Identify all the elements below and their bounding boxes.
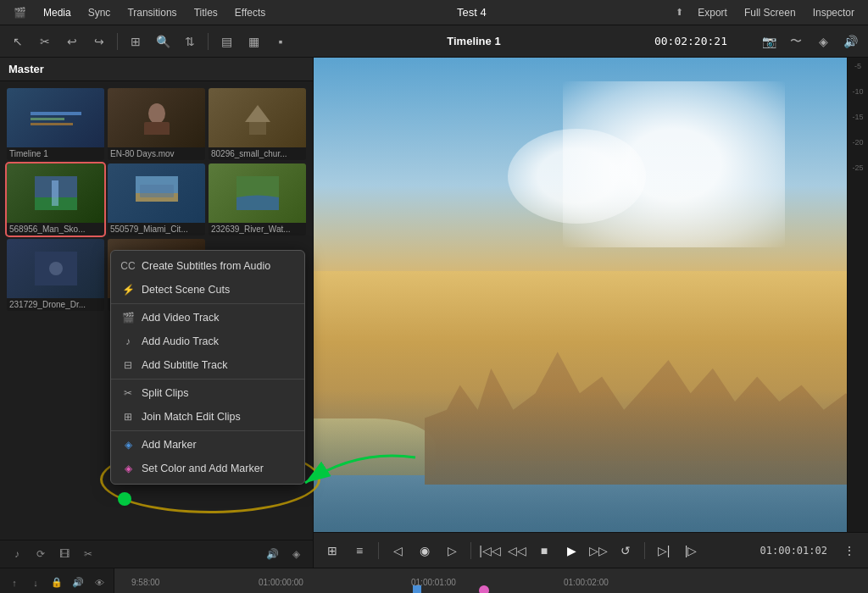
audio-icon[interactable]: 🔊 — [69, 573, 87, 593]
undo-btn[interactable]: ↩ — [59, 30, 85, 53]
go-end2[interactable]: |▷ — [679, 539, 703, 563]
thumb-img-568956 — [7, 163, 104, 223]
thumb-timeline1[interactable]: Timeline 1 — [7, 88, 104, 160]
thumb-img-timeline1 — [7, 88, 104, 147]
right-panel: -5 -10 -15 -20 -25 ⊞ ≡ ◁ ◉ ▷ |◁◁ ◁◁ ■ ▶ … — [314, 58, 868, 568]
thumb-label-en80: EN-80 Days.mov — [108, 147, 205, 160]
eye-icon[interactable]: 👁 — [90, 573, 108, 593]
view-mode1[interactable]: ▤ — [214, 30, 239, 53]
grid-view[interactable]: ⊞ — [123, 30, 148, 53]
go-start[interactable]: |◁◁ — [478, 539, 502, 563]
timeline-controls: ↑ ↓ 🔒 🔊 👁 🎬 🔒 👁 🔊 A1 🔒 🔊 👁 ↑ 🔒 — [0, 568, 114, 593]
music-icon[interactable]: ♪ — [7, 544, 27, 564]
audio-toggle[interactable]: ≡ — [348, 539, 371, 563]
ctx-add-subtitle-track[interactable]: ⊟ Add Subtitle Track — [111, 353, 304, 377]
ctx-split-clips[interactable]: ✂ Split Clips — [111, 381, 304, 405]
prev-frame[interactable]: ◁ — [386, 539, 409, 563]
film-track-icon: 🎬 — [121, 311, 135, 324]
sync-icon[interactable]: ⟳ — [31, 544, 51, 564]
play-btn[interactable]: ▶ — [559, 539, 583, 563]
fast-forward[interactable]: ▷▷ — [587, 539, 610, 563]
preview-ruler: -5 -10 -15 -20 -25 — [847, 58, 868, 532]
svg-rect-0 — [31, 112, 81, 115]
t-sep3 — [644, 542, 645, 559]
inspector-label[interactable]: Inspector — [806, 4, 861, 21]
thumb-80296[interactable]: 80296_small_chur... — [209, 88, 306, 160]
sync-tab[interactable]: Sync — [81, 5, 118, 20]
wave-btn[interactable]: 〜 — [783, 30, 809, 53]
sep2 — [208, 33, 209, 50]
ctx-add-audio-track[interactable]: ♪ Add Audio Track — [111, 330, 304, 353]
go-end[interactable]: ▷| — [652, 539, 676, 563]
speaker-icon[interactable]: ◈ — [286, 544, 306, 564]
thumb-en80[interactable]: EN-80 Days.mov — [108, 88, 205, 160]
timeline-ruler: 9:58:00 01:00:00:00 01:00:01:00 01:00:02… — [114, 568, 868, 593]
vol-btn[interactable]: 🔊 — [837, 30, 863, 53]
thumb-550579[interactable]: 550579_Miami_Cit... — [108, 163, 205, 236]
search-btn[interactable]: 🔍 — [150, 30, 175, 53]
stop-btn[interactable]: ■ — [532, 539, 556, 563]
view-mode3[interactable]: ▪ — [268, 30, 293, 53]
ctx-set-color-marker[interactable]: ◈ Set Color and Add Marker — [111, 457, 304, 480]
scissors-ctx-icon: ✂ — [121, 386, 135, 400]
thumb-img-550579 — [108, 163, 205, 223]
next-frame[interactable]: ▷ — [440, 539, 464, 563]
thumb-label-568956: 568956_Man_Sko... — [7, 223, 104, 236]
color-btn[interactable]: ◈ — [810, 30, 836, 53]
ctx-add-marker[interactable]: ◈ Add Marker — [111, 433, 304, 457]
film-icon[interactable]: 🎞 — [54, 544, 75, 564]
fullscreen-label[interactable]: Full Screen — [737, 4, 803, 21]
thumb-231729[interactable]: 231729_Drone_Dr... — [7, 239, 104, 311]
media-icon-btn[interactable]: 🎬 — [7, 5, 33, 20]
cloud2 — [508, 129, 647, 224]
t-sep2 — [470, 542, 471, 559]
scissors-icon[interactable]: ✂ — [78, 544, 98, 564]
svg-point-3 — [148, 103, 165, 124]
svg-rect-13 — [236, 176, 279, 197]
vol-icon[interactable]: 🔊 — [262, 544, 282, 564]
timeline-label: Timeline 1 — [295, 35, 653, 47]
rewind[interactable]: ◁◁ — [505, 539, 529, 563]
transport-bar: ⊞ ≡ ◁ ◉ ▷ |◁◁ ◁◁ ■ ▶ ▷▷ ↺ ▷| |▷ 01:00:01… — [314, 532, 868, 568]
cam-btn[interactable]: 📷 — [756, 30, 782, 53]
thumb-img-231729 — [7, 239, 104, 298]
preview-video — [314, 58, 868, 532]
media-tab[interactable]: Media — [36, 5, 78, 20]
redo-btn[interactable]: ↪ — [86, 30, 112, 53]
sort-btn[interactable]: ⇅ — [177, 30, 203, 53]
thumb-232039[interactable]: 232639_River_Wat... — [209, 163, 306, 236]
bottom-area: ↑ ↓ 🔒 🔊 👁 🎬 🔒 👁 🔊 A1 🔒 🔊 👁 ↑ 🔒 — [0, 568, 868, 593]
svg-rect-4 — [144, 122, 170, 135]
loop-btn[interactable]: ↺ — [614, 539, 637, 563]
top-bar: 🎬 Media Sync Transitions Titles Effects … — [0, 0, 868, 25]
ruler-mark-4: 01:00:02:00 — [564, 578, 609, 587]
ctx-add-video-track[interactable]: 🎬 Add Video Track — [111, 306, 304, 330]
export-btn[interactable]: ⬆ — [670, 4, 687, 21]
color-marker-icon: ◈ — [121, 462, 135, 475]
ctx-sep2 — [111, 379, 304, 380]
marker-btn[interactable]: ◉ — [413, 539, 437, 563]
project-name: Test 4 — [275, 6, 667, 19]
blade-tool[interactable]: ✂ — [32, 30, 58, 53]
preview-area: -5 -10 -15 -20 -25 — [314, 58, 868, 532]
transitions-tab[interactable]: Transitions — [120, 5, 183, 20]
ctx-detect-scene[interactable]: ⚡ Detect Scene Cuts — [111, 278, 304, 302]
effects-tab[interactable]: Effects — [228, 5, 272, 20]
panel-header: Master — [0, 58, 313, 81]
thumb-568956[interactable]: 568956_Man_Sko... — [7, 163, 104, 236]
marker-ctx-icon: ◈ — [121, 438, 135, 452]
svg-marker-5 — [245, 105, 270, 122]
view-toggle[interactable]: ⊞ — [320, 539, 344, 563]
ctx-create-subtitles[interactable]: CC Create Subtitles from Audio — [111, 254, 304, 278]
thumb-label-232039: 232639_River_Wat... — [209, 223, 306, 236]
timeline-control-row: ↑ ↓ 🔒 🔊 👁 — [0, 568, 114, 593]
select-tool[interactable]: ↖ — [5, 30, 31, 53]
titles-tab[interactable]: Titles — [187, 5, 225, 20]
export-label[interactable]: Export — [691, 4, 734, 21]
view-mode2[interactable]: ▦ — [241, 30, 266, 53]
down-arrow-icon[interactable]: ↓ — [26, 573, 45, 593]
settings-btn[interactable]: ⋮ — [837, 539, 861, 563]
lock-icon[interactable]: 🔒 — [47, 573, 66, 593]
ctx-join-match[interactable]: ⊞ Join Match Edit Clips — [111, 405, 304, 429]
up-arrow-icon[interactable]: ↑ — [5, 573, 24, 593]
